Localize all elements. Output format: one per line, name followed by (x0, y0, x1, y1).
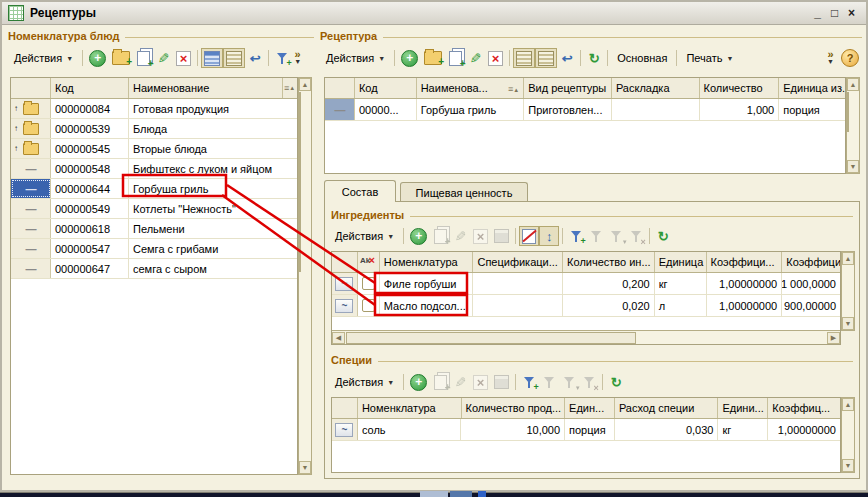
scroll-thumb[interactable] (346, 332, 636, 344)
edit-button[interactable]: ✎ (465, 48, 485, 68)
minimize-button[interactable]: _ (809, 6, 826, 20)
scroll-down-button[interactable]: ▼ (842, 317, 854, 330)
scroll-down-button[interactable]: ▼ (842, 459, 854, 472)
marker-column-header[interactable] (11, 78, 51, 98)
table-row[interactable]: ↑ 000000539 Блюда (11, 119, 297, 139)
list-view-button-2[interactable] (535, 48, 557, 68)
delete-button[interactable]: × (173, 48, 194, 68)
unit-column-header[interactable]: Единица (655, 252, 707, 272)
list-view-button[interactable] (513, 48, 535, 68)
actions-menu-button[interactable]: Действия ▼ (329, 226, 400, 246)
add-button[interactable]: + (86, 48, 109, 68)
filter-settings-button[interactable]: + (566, 226, 586, 246)
sort-indicator[interactable]: ≡▲ (283, 78, 297, 98)
scroll-down-button[interactable]: ▼ (299, 461, 311, 474)
add-button[interactable]: + (407, 226, 430, 246)
edit-button[interactable]: ✎ (450, 226, 470, 246)
nomenclature-column-header[interactable]: Номенклатура (380, 252, 474, 272)
flat-view-button[interactable] (223, 48, 245, 68)
scroll-up-button[interactable]: ▲ (842, 398, 854, 411)
unit-column-header[interactable]: Единица из... (779, 78, 845, 98)
scroll-right-button[interactable]: ▶ (827, 332, 840, 344)
table-row[interactable]: — 000000618 Пельмени (11, 219, 297, 239)
table-row-selected[interactable]: — 000000644 Горбуша гриль (11, 179, 297, 199)
filter-settings-button[interactable]: + (519, 372, 539, 392)
close-button[interactable]: × (843, 6, 860, 20)
consumption-column-header[interactable]: Расход специи (615, 398, 719, 418)
dishes-table-scrollbar[interactable]: ▲ ▼ (298, 77, 312, 475)
filter-by-value-button[interactable]: ▼ (606, 226, 626, 246)
tab-pishchevaya-cennost[interactable]: Пищевая ценность (400, 182, 528, 202)
coef1-column-header[interactable]: Коэффици... (707, 252, 783, 272)
delete-button[interactable]: × (470, 226, 491, 246)
cell-checkbox[interactable] (358, 295, 380, 316)
clear-filter-button[interactable]: × (626, 226, 646, 246)
table-row[interactable]: — 000000548 Бифштекс с луком и яйцом (11, 159, 297, 179)
save-button[interactable] (491, 226, 512, 246)
actions-menu-button[interactable]: Действия ▼ (329, 372, 400, 392)
ingredients-v-scrollbar[interactable]: ▲ ▼ (841, 251, 855, 331)
toolbar-overflow-button[interactable]: » ▼ (294, 50, 301, 66)
table-row[interactable]: — 000000647 семга с сыром (11, 259, 297, 279)
main-recipe-button[interactable]: Основная (611, 48, 673, 68)
copy-button[interactable]: + (430, 226, 450, 246)
maximize-button[interactable]: □ (826, 6, 843, 20)
code-column-header[interactable]: Код (355, 78, 417, 98)
add-button[interactable]: + (398, 48, 421, 68)
checkbox-icon[interactable] (362, 277, 375, 290)
save-button[interactable] (491, 372, 512, 392)
table-row[interactable]: ~ Филе горбуши 0,200 кг 1,00000000 1 000… (332, 273, 840, 295)
nomenclature-column-header[interactable]: Номенклатура (358, 398, 462, 418)
add-group-button[interactable]: + (421, 48, 445, 68)
filter-button[interactable] (586, 226, 606, 246)
hierarchical-view-button[interactable] (201, 48, 223, 68)
analog-column-header[interactable]: Ak× (358, 252, 380, 272)
filter-by-value-button[interactable]: ▼ (559, 372, 579, 392)
ingredients-h-scrollbar[interactable]: ◀ ▶ (332, 330, 840, 344)
print-menu-button[interactable]: Печать ▼ (680, 48, 739, 68)
toolbar-overflow-button[interactable]: » ▼ (827, 50, 834, 66)
clear-filter-button[interactable]: × (579, 372, 599, 392)
unit-column-header[interactable]: Един... (565, 398, 615, 418)
filter-settings-button[interactable]: + (272, 48, 292, 68)
recipe-type-column-header[interactable]: Вид рецептуры (524, 78, 612, 98)
tab-sostav[interactable]: Состав (324, 180, 396, 202)
marker-column-header[interactable] (325, 78, 355, 98)
qty-column-header[interactable]: Количество прод... (462, 398, 566, 418)
refresh-button[interactable]: ↻ (584, 48, 604, 68)
edit-button[interactable]: ✎ (153, 48, 173, 68)
actions-menu-button[interactable]: Действия ▼ (320, 48, 391, 68)
history-button[interactable]: ↩ (245, 48, 265, 68)
name-column-header[interactable]: Наименова... ≡▲ (417, 78, 525, 98)
cell-checkbox[interactable] (358, 273, 380, 294)
scroll-down-button[interactable]: ▼ (847, 160, 859, 173)
scroll-thumb[interactable] (847, 92, 849, 132)
scroll-up-button[interactable]: ▲ (847, 78, 859, 91)
toggle-deleted-button[interactable] (519, 226, 539, 246)
copy-button[interactable]: + (133, 48, 153, 68)
copy-button[interactable]: + (430, 372, 450, 392)
scroll-thumb[interactable] (299, 92, 301, 272)
scroll-left-button[interactable]: ◀ (332, 332, 345, 344)
coef2-column-header[interactable]: Коэффици (782, 252, 840, 272)
scroll-up-button[interactable]: ▲ (299, 78, 311, 91)
marker-column-header[interactable] (332, 252, 358, 272)
name-column-header[interactable]: Наименование (129, 78, 283, 98)
code-column-header[interactable]: Код (51, 78, 129, 98)
help-button[interactable]: ? (838, 48, 862, 68)
checkbox-icon[interactable] (362, 299, 375, 312)
add-group-button[interactable]: + (109, 48, 133, 68)
delete-button[interactable]: × (470, 372, 491, 392)
refresh-button[interactable]: ↻ (606, 372, 626, 392)
title-bar[interactable]: Рецептуры _ □ × (2, 2, 866, 25)
refresh-button[interactable]: ↻ (653, 226, 673, 246)
spices-v-scrollbar[interactable]: ▲ ▼ (841, 397, 855, 473)
scroll-up-button[interactable]: ▲ (842, 252, 854, 265)
table-row[interactable]: ↑ 000000084 Готовая продукция (11, 99, 297, 119)
actions-menu-button[interactable]: Действия ▼ (8, 48, 79, 68)
add-button[interactable]: + (407, 372, 430, 392)
layout-column-header[interactable]: Раскладка (612, 78, 700, 98)
table-row[interactable]: ↑ 000000545 Вторые блюда (11, 139, 297, 159)
recipe-table-scrollbar[interactable]: ▲ ▼ (846, 77, 860, 174)
table-row[interactable]: ~ Масло подсол... 0,020 л 1,00000000 900… (332, 295, 840, 317)
